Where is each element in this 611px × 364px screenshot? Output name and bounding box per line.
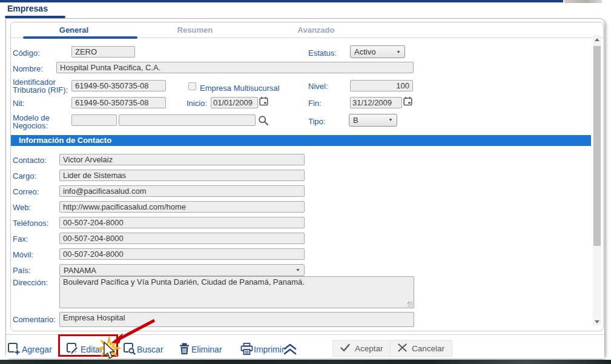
- inicio-calendar-icon[interactable]: [259, 96, 268, 108]
- pais-label: País:: [13, 266, 31, 275]
- nivel-input[interactable]: [350, 80, 413, 91]
- contacto-label: Contacto:: [13, 156, 47, 165]
- scrollbar-down-button[interactable]: [593, 317, 601, 326]
- cancelar-button[interactable]: Cancelar: [390, 340, 452, 357]
- web-label: Web:: [13, 203, 31, 212]
- fax-input[interactable]: [59, 233, 305, 244]
- scrollbar-up-button[interactable]: [593, 35, 601, 44]
- agregar-button[interactable]: Agregar: [22, 345, 52, 354]
- pais-select[interactable]: PANAMA ▼: [59, 264, 305, 276]
- eliminar-button[interactable]: Eliminar: [191, 345, 222, 354]
- cancelar-button-label: Cancelar: [412, 344, 444, 353]
- nombre-label: Nombre:: [13, 64, 43, 73]
- aceptar-button-label: Aceptar: [355, 344, 383, 353]
- comentario-textarea[interactable]: Empresa Hospital: [59, 312, 414, 327]
- scroll-down-arrow-icon: [595, 320, 599, 323]
- tab-resumen-label: Resumen: [177, 25, 213, 35]
- modelo-codigo-input[interactable]: [71, 114, 117, 126]
- estatus-label: Estatus:: [308, 48, 337, 58]
- scroll-up-arrow-icon: [595, 38, 599, 41]
- fax-label: Fax:: [13, 234, 28, 243]
- empresa-multisucursal-label: Empresa Multisucursal: [200, 84, 280, 93]
- cargo-label: Cargo:: [13, 171, 36, 180]
- eliminar-icon[interactable]: [178, 342, 191, 358]
- direccion-textarea[interactable]: Boulevard Pacífica y Vía Punta Darién, C…: [59, 276, 414, 308]
- nit-input[interactable]: [71, 97, 166, 108]
- direccion-label: Dirección:: [13, 278, 48, 287]
- pais-caret-icon: ▼: [296, 268, 300, 272]
- nit-label: Nit:: [13, 99, 25, 108]
- telefonos-label: Teléfonos:: [13, 219, 48, 228]
- editar-button[interactable]: Editar: [81, 345, 103, 354]
- editar-icon[interactable]: [66, 342, 79, 358]
- fin-calendar-icon[interactable]: [403, 96, 412, 108]
- bottom-toolbar: Agregar Editar Buscar Eliminar Imprimir …: [6, 334, 604, 359]
- codigo-label: Código:: [13, 48, 40, 58]
- buscar-icon[interactable]: [123, 342, 136, 358]
- fin-input[interactable]: [350, 97, 402, 108]
- tipo-selected-value: B: [353, 116, 358, 125]
- nombre-input[interactable]: [56, 62, 414, 73]
- correo-label: Correo:: [13, 187, 39, 196]
- pais-selected-value: PANAMA: [64, 266, 96, 275]
- imprimir-button[interactable]: Imprimir: [254, 345, 285, 354]
- tipo-select[interactable]: B ▼: [349, 114, 397, 127]
- direccion-resize-grip[interactable]: [408, 302, 413, 307]
- comentario-label: Comentario:: [13, 315, 56, 324]
- top-accent-bar: [0, 0, 563, 2]
- modelo-nombre-input[interactable]: [119, 114, 256, 126]
- empresa-multisucursal-checkbox[interactable]: [188, 82, 196, 90]
- background-window-strip: [0, 360, 611, 364]
- aceptar-button[interactable]: Aceptar: [332, 340, 391, 357]
- cargo-input[interactable]: [59, 170, 305, 181]
- tipo-label: Tipo:: [308, 117, 325, 126]
- empresas-window: Empresas General Resumen Avanzado Código…: [0, 0, 611, 364]
- codigo-input[interactable]: [71, 46, 135, 58]
- tab-panel: General Resumen Avanzado Código: Estatus…: [10, 22, 604, 331]
- estatus-caret-icon: ▼: [396, 50, 401, 54]
- contacto-input[interactable]: [59, 154, 305, 165]
- tab-avanzado[interactable]: Avanzado: [256, 22, 377, 38]
- inicio-label: Inicio:: [187, 99, 207, 108]
- vertical-scrollbar[interactable]: [593, 35, 601, 326]
- tipo-caret-icon: ▼: [388, 118, 393, 122]
- agregar-icon[interactable]: [7, 342, 21, 358]
- telefonos-input[interactable]: [59, 217, 305, 228]
- modelo-label-line2: Negocios:: [13, 121, 48, 130]
- rif-input[interactable]: [71, 80, 166, 91]
- close-icon: [398, 343, 407, 354]
- nivel-label: Nivel:: [308, 82, 328, 91]
- tab-resumen[interactable]: Resumen: [134, 22, 256, 38]
- modelo-search-icon[interactable]: [258, 115, 269, 128]
- rif-label-line2: Tributario (RIF):: [13, 85, 68, 94]
- top-right-fragment: [564, 0, 602, 3]
- tab-general-active-underline: [23, 36, 137, 39]
- collapse-toolbar-chevron-icon[interactable]: [282, 343, 298, 357]
- tab-general[interactable]: General: [13, 22, 134, 38]
- movil-input[interactable]: [59, 248, 305, 260]
- inicio-input[interactable]: [211, 97, 258, 108]
- correo-input[interactable]: [59, 185, 305, 197]
- fin-label: Fin:: [308, 99, 322, 108]
- inner-tab-row: General Resumen Avanzado: [11, 22, 603, 38]
- check-icon: [340, 343, 350, 354]
- tab-avanzado-label: Avanzado: [298, 25, 335, 35]
- estatus-selected-value: Activo: [354, 47, 375, 56]
- tab-general-label: General: [59, 25, 88, 35]
- movil-label: Móvil:: [13, 250, 33, 259]
- web-input[interactable]: [59, 201, 305, 213]
- buscar-button[interactable]: Buscar: [137, 345, 163, 354]
- scrollbar-thumb[interactable]: [593, 46, 601, 246]
- window-tab-empresas[interactable]: Empresas: [7, 4, 48, 13]
- contact-section-header: Información de Contacto: [11, 135, 591, 146]
- imprimir-icon[interactable]: [240, 342, 254, 358]
- estatus-select[interactable]: Activo ▼: [350, 45, 405, 58]
